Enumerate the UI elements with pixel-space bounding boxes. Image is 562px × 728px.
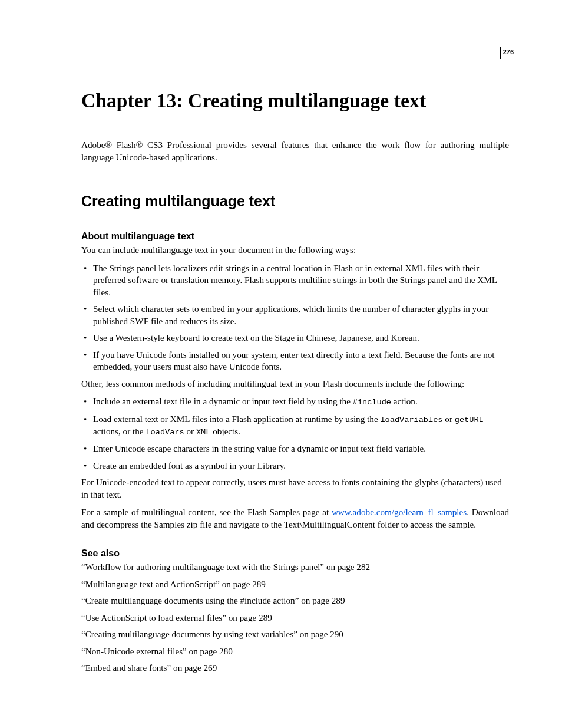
list-item: Select which character sets to embed in … xyxy=(81,303,509,327)
see-also-item: “Non-Unicode external files” on page 280 xyxy=(81,645,509,658)
see-also-item: “Multilanguage text and ActionScript” on… xyxy=(81,578,509,591)
text-run: or xyxy=(443,414,455,424)
see-also-item: “Use ActionScript to load external files… xyxy=(81,612,509,624)
unicode-paragraph: For Unicode-encoded text to appear corre… xyxy=(81,476,509,500)
page-number-area: 276 xyxy=(500,47,514,59)
lead-in-paragraph: You can include multilanguage text in yo… xyxy=(81,244,509,256)
see-also-item: “Creating multilanguage documents by usi… xyxy=(81,628,509,641)
secondary-bullet-list: Include an external text file in a dynam… xyxy=(81,396,509,472)
list-item: Enter Unicode escape characters in the s… xyxy=(81,443,509,455)
primary-bullet-list: The Strings panel lets localizers edit s… xyxy=(81,262,509,373)
list-item: If you have Unicode fonts installed on y… xyxy=(81,349,509,373)
code-text: #include xyxy=(353,398,391,407)
list-item: The Strings panel lets localizers edit s… xyxy=(81,262,509,299)
sample-paragraph: For a sample of multilingual content, se… xyxy=(81,506,509,531)
text-run: objects. xyxy=(210,426,240,436)
subsection-heading: About multilanguage text xyxy=(81,231,509,242)
see-also-item: “Create multilanguage documents using th… xyxy=(81,595,509,607)
list-item: Load external text or XML files into a F… xyxy=(81,413,509,439)
list-item: Include an external text file in a dynam… xyxy=(81,396,509,408)
mid-paragraph: Other, less common methods of including … xyxy=(81,378,509,390)
page-number-divider xyxy=(500,47,501,59)
see-also-heading: See also xyxy=(81,548,509,559)
code-text: XML xyxy=(196,428,210,437)
sample-link[interactable]: www.adobe.com/go/learn_fl_samples xyxy=(332,507,467,517)
page-number: 276 xyxy=(503,47,514,55)
section-heading: Creating multilanguage text xyxy=(81,193,509,210)
chapter-title: Chapter 13: Creating multilanguage text xyxy=(81,90,509,112)
see-also-item: “Workflow for authoring multilanguage te… xyxy=(81,561,509,574)
list-item: Use a Western-style keyboard to create t… xyxy=(81,332,509,344)
text-run: or xyxy=(184,426,196,436)
text-run: Include an external text file in a dynam… xyxy=(93,396,353,406)
see-also-list: “Workflow for authoring multilanguage te… xyxy=(81,561,509,674)
text-run: actions, or the xyxy=(93,426,146,436)
page-container: 276 Chapter 13: Creating multilanguage t… xyxy=(0,0,562,714)
code-text: LoadVars xyxy=(146,428,184,437)
text-run: Load external text or XML files into a F… xyxy=(93,414,380,424)
list-item: Create an embedded font as a symbol in y… xyxy=(81,460,509,472)
code-text: getURL xyxy=(455,416,484,424)
see-also-item: “Embed and share fonts” on page 269 xyxy=(81,662,509,674)
intro-paragraph: Adobe® Flash® CS3 Professional provides … xyxy=(81,139,509,163)
text-run: For a sample of multilingual content, se… xyxy=(81,507,332,517)
code-text: loadVariables xyxy=(380,416,442,424)
text-run: action. xyxy=(391,396,418,406)
